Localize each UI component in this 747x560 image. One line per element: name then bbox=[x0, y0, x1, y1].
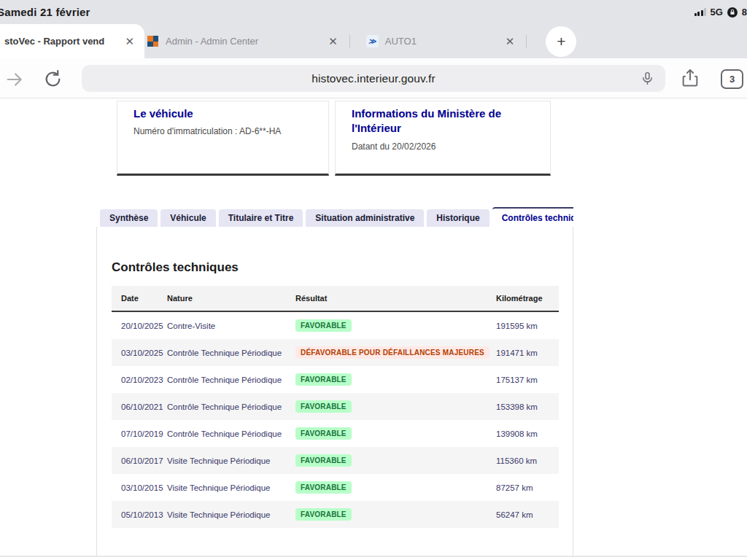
browser-tab-strip: stoVec - Rapport vend ✕ Admin - Admin Ce… bbox=[0, 24, 747, 58]
resultat-badge: FAVORABLE bbox=[295, 508, 352, 521]
cell-km: 139908 km bbox=[496, 429, 559, 438]
table-row: 03/10/2015 Visite Technique Périodique F… bbox=[112, 474, 559, 501]
status-bar: Samedi 21 février 5G 8 bbox=[0, 0, 747, 24]
resultat-badge: DÉFAVORABLE POUR DÉFAILLANCES MAJEURES bbox=[295, 346, 489, 359]
cell-date: 03/10/2015 bbox=[112, 483, 167, 492]
tab-controles-techniques[interactable]: Contrôles techniques bbox=[492, 207, 573, 227]
section-title: Contrôles techniques bbox=[112, 260, 573, 275]
col-resultat: Résultat bbox=[295, 286, 496, 311]
resultat-badge: FAVORABLE bbox=[295, 373, 352, 386]
cell-km: 153398 km bbox=[496, 402, 559, 411]
resultat-badge: FAVORABLE bbox=[295, 481, 352, 494]
microphone-icon[interactable] bbox=[640, 71, 655, 86]
resultat-badge: FAVORABLE bbox=[295, 454, 352, 467]
browser-toolbar: histovec.interieur.gouv.fr 3 bbox=[0, 58, 747, 98]
auto1-favicon: ≫ bbox=[366, 35, 379, 47]
col-kilometrage: Kilométrage bbox=[496, 286, 559, 311]
tab-overview-button[interactable]: 3 bbox=[721, 69, 743, 89]
browser-tab-histovec[interactable]: stoVec - Rapport vend ✕ bbox=[0, 24, 144, 58]
tab-title: AUTO1 bbox=[385, 36, 417, 47]
cell-nature: Contrôle Technique Périodique bbox=[167, 376, 295, 384]
resultat-badge: FAVORABLE bbox=[295, 400, 352, 413]
tab-situation[interactable]: Situation administrative bbox=[306, 209, 424, 227]
table-row: 05/10/2013 Visite Technique Périodique F… bbox=[112, 501, 559, 528]
forward-icon[interactable] bbox=[4, 69, 25, 90]
tab-separator bbox=[349, 35, 350, 48]
cell-nature: Visite Technique Périodique bbox=[167, 456, 295, 465]
col-date: Date bbox=[112, 286, 167, 311]
page-content: Le véhicule Numéro d'immatriculation : A… bbox=[0, 98, 573, 556]
tab-synthese[interactable]: Synthèse bbox=[100, 209, 158, 227]
cell-km: 175137 km bbox=[496, 376, 559, 384]
cell-date: 06/10/2021 bbox=[112, 402, 167, 411]
cell-km: 191595 km bbox=[496, 322, 559, 330]
col-nature: Nature bbox=[167, 286, 295, 311]
admin-favicon bbox=[147, 36, 158, 47]
inactive-tabs: Admin - Admin Center ✕ ≫ AUTO1 ✕ + bbox=[144, 24, 747, 58]
tab-titulaire[interactable]: Titulaire et Titre bbox=[219, 209, 303, 227]
share-icon[interactable] bbox=[680, 68, 700, 88]
tab-panel: Contrôles techniques Date Nature Résulta… bbox=[96, 227, 573, 556]
table-row: 06/10/2017 Visite Technique Périodique F… bbox=[112, 447, 559, 474]
report-tabs: Synthèse Véhicule Titulaire et Titre Sit… bbox=[100, 207, 573, 227]
cell-nature: Visite Technique Périodique bbox=[167, 510, 295, 519]
card-ministere: Informations du Ministère de l'Intérieur… bbox=[335, 101, 551, 176]
cellular-signal-icon bbox=[694, 8, 707, 16]
table-row: 06/10/2021 Contrôle Technique Périodique… bbox=[112, 393, 559, 420]
cell-date: 03/10/2025 bbox=[112, 349, 167, 357]
cell-km: 87257 km bbox=[496, 483, 559, 492]
url-text: histovec.interieur.gouv.fr bbox=[311, 72, 435, 85]
cell-nature: Contrôle Technique Périodique bbox=[167, 402, 295, 411]
bottom-divider bbox=[0, 556, 747, 557]
orientation-lock-icon bbox=[727, 7, 738, 18]
resultat-badge: FAVORABLE bbox=[295, 427, 352, 440]
close-tab-icon[interactable]: ✕ bbox=[503, 34, 518, 50]
table-body: 20/10/2025 Contre-Visite FAVORABLE 19159… bbox=[112, 312, 559, 528]
card-date: Datant du 20/02/2026 bbox=[352, 141, 534, 152]
controles-table: Date Nature Résultat Kilométrage 20/10/2… bbox=[112, 286, 559, 528]
close-tab-icon[interactable]: ✕ bbox=[122, 34, 137, 50]
table-header-row: Date Nature Résultat Kilométrage bbox=[112, 286, 559, 312]
reload-icon[interactable] bbox=[42, 69, 63, 90]
tab-title: stoVec - Rapport vend bbox=[4, 36, 122, 47]
cell-nature: Contrôle Technique Périodique bbox=[167, 349, 295, 357]
cell-nature: Visite Technique Périodique bbox=[167, 483, 295, 492]
browser-tab-admin[interactable]: Admin - Admin Center ✕ bbox=[144, 34, 341, 50]
card-title: Informations du Ministère de l'Intérieur bbox=[352, 106, 534, 136]
cell-date: 05/10/2013 bbox=[112, 510, 167, 519]
content-right-gutter bbox=[573, 98, 747, 556]
tab-title: Admin - Admin Center bbox=[166, 36, 258, 47]
tab-vehicule[interactable]: Véhicule bbox=[160, 209, 215, 227]
cell-date: 20/10/2025 bbox=[112, 322, 167, 330]
table-row: 03/10/2025 Contrôle Technique Périodique… bbox=[112, 339, 559, 366]
browser-tab-auto1[interactable]: ≫ AUTO1 ✕ bbox=[359, 34, 518, 50]
resultat-badge: FAVORABLE bbox=[295, 319, 352, 332]
table-row: 02/10/2023 Contrôle Technique Périodique… bbox=[112, 366, 559, 393]
table-row: 07/10/2019 Contrôle Technique Périodique… bbox=[112, 420, 559, 447]
cell-km: 115360 km bbox=[496, 456, 559, 465]
card-vehicule: Le véhicule Numéro d'immatriculation : A… bbox=[117, 101, 329, 176]
cell-date: 06/10/2017 bbox=[112, 456, 167, 465]
tab-historique[interactable]: Historique bbox=[427, 209, 489, 227]
table-row: 20/10/2025 Contre-Visite FAVORABLE 19159… bbox=[112, 312, 559, 339]
battery-percent-partial: 8 bbox=[742, 7, 747, 18]
tab-separator bbox=[526, 35, 527, 48]
close-tab-icon[interactable]: ✕ bbox=[325, 34, 341, 50]
cell-km: 191471 km bbox=[496, 349, 559, 357]
status-date: Samedi 21 février bbox=[0, 6, 90, 18]
new-tab-button[interactable]: + bbox=[546, 26, 576, 57]
cell-km: 56247 km bbox=[496, 510, 559, 519]
cell-nature: Contrôle Technique Périodique bbox=[167, 429, 295, 438]
network-type-label: 5G bbox=[710, 7, 722, 18]
cell-date: 07/10/2019 bbox=[112, 429, 167, 438]
cell-nature: Contre-Visite bbox=[167, 322, 295, 330]
card-title: Le véhicule bbox=[133, 106, 312, 121]
status-indicators: 5G 8 bbox=[694, 7, 747, 18]
card-immatriculation: Numéro d'immatriculation : AD-6**-HA bbox=[133, 126, 312, 136]
url-bar[interactable]: histovec.interieur.gouv.fr bbox=[82, 65, 665, 92]
cell-date: 02/10/2023 bbox=[112, 376, 167, 384]
